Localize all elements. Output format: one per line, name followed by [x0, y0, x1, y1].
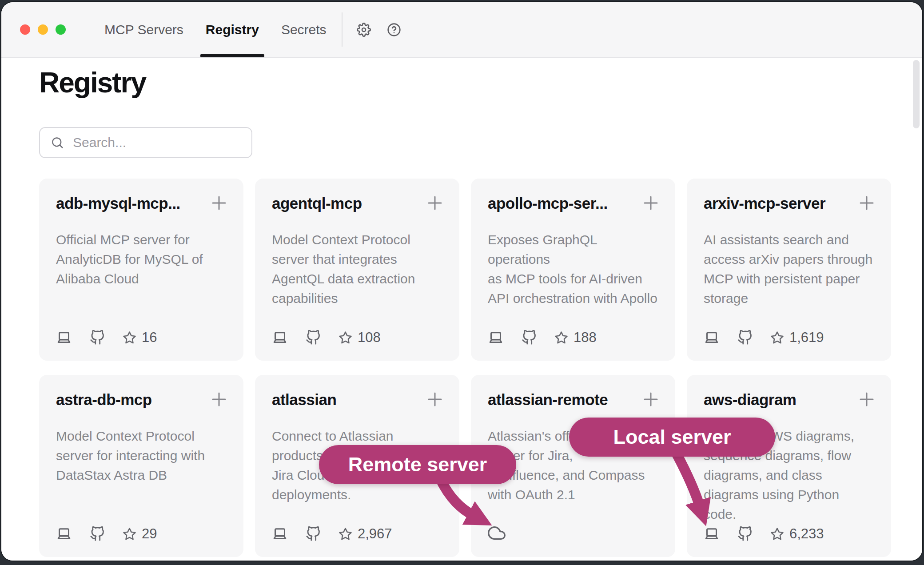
add-server-button[interactable] [643, 195, 658, 211]
card-description: Connect to Atlassianproducts includingJi… [272, 426, 442, 505]
card-description: Generate AWS diagrams,sequence diagrams,… [704, 426, 874, 524]
desc-line: access arXiv papers through [704, 250, 874, 269]
card-description: Official MCP server forAnalyticDB for My… [56, 230, 227, 289]
desc-line: AnalyticDB for MySQL of [56, 250, 227, 269]
scrollbar-thumb[interactable] [913, 60, 920, 128]
main-tabs: MCP Servers Registry Secrets [104, 2, 327, 57]
desc-line: Atlassian's official MCP [488, 426, 658, 446]
server-card[interactable]: aws-diagram Generate AWS diagrams,sequen… [687, 375, 891, 557]
card-head: atlassian-remote [488, 391, 658, 409]
tab-mcp-servers[interactable]: MCP Servers [104, 2, 183, 57]
server-card[interactable]: atlassian-remote Atlassian's official MC… [471, 375, 675, 557]
desc-line: server for interacting with [56, 446, 227, 466]
add-server-button[interactable] [427, 195, 442, 211]
card-head: agentql-mcp [272, 195, 442, 212]
add-server-button[interactable] [427, 392, 442, 407]
gear-icon[interactable] [357, 23, 371, 37]
laptop-icon [56, 330, 72, 346]
close-window-button[interactable] [20, 24, 30, 35]
desc-line: Official MCP server for [56, 230, 227, 250]
desc-line: sequence diagrams, flow [704, 446, 874, 466]
desc-line: API orchestration with Apollo [488, 289, 658, 308]
github-icon [90, 526, 105, 541]
search-box [39, 127, 252, 158]
desc-line: Confluence, and Compass [488, 466, 658, 485]
card-head: arxiv-mcp-server [704, 195, 874, 212]
local-footer: 1,619 [704, 330, 824, 346]
star-count: 2,967 [358, 526, 392, 542]
desc-line: DataStax Astra DB [56, 466, 227, 485]
github-icon [737, 330, 753, 345]
add-server-button[interactable] [643, 392, 658, 407]
card-head: astra-db-mcp [56, 391, 227, 409]
desc-line: Generate AWS diagrams, [704, 426, 874, 446]
add-server-button[interactable] [211, 392, 227, 407]
desktop: MCP Servers Registry Secrets Registry [0, 0, 924, 565]
desc-line: Model Context Protocol [56, 426, 227, 446]
local-footer: 16 [56, 330, 157, 346]
help-icon[interactable] [387, 23, 401, 37]
desc-line: MCP with persistent paper [704, 269, 874, 289]
desc-line: diagrams, and class [704, 466, 874, 485]
laptop-icon [704, 330, 720, 346]
server-card[interactable]: atlassian Connect to Atlassianproducts i… [255, 375, 459, 557]
server-card[interactable]: agentql-mcp Model Context Protocolserver… [255, 179, 459, 361]
app-window: MCP Servers Registry Secrets Registry [1, 2, 922, 561]
card-head: adb-mysql-mcp... [56, 195, 227, 212]
github-icon [90, 330, 105, 345]
remote-footer [488, 524, 506, 542]
desc-line: storage [704, 289, 874, 308]
laptop-icon [272, 330, 288, 346]
tab-registry[interactable]: Registry [206, 2, 259, 57]
star-count: 108 [358, 330, 381, 346]
desc-line: as MCP tools for AI-driven [488, 269, 658, 289]
github-icon [522, 330, 537, 345]
local-footer: 2,967 [272, 526, 392, 542]
desc-line: Connect to Atlassian [272, 426, 442, 446]
star-count: 188 [574, 330, 597, 346]
server-card[interactable]: adb-mysql-mcp... Official MCP server for… [39, 179, 243, 361]
star-icon [339, 527, 352, 541]
card-title: astra-db-mcp [56, 391, 152, 409]
page-title: Registry [39, 68, 146, 97]
laptop-icon [704, 526, 720, 542]
minimize-window-button[interactable] [38, 24, 48, 35]
star-icon [554, 331, 568, 345]
add-server-button[interactable] [859, 392, 874, 407]
card-head: atlassian [272, 391, 442, 409]
card-description: Model Context Protocolserver for interac… [56, 426, 227, 485]
server-card[interactable]: astra-db-mcp Model Context Protocolserve… [39, 375, 243, 557]
star-icon [770, 527, 784, 541]
local-footer: 108 [272, 330, 381, 346]
card-head: aws-diagram [704, 391, 874, 409]
star-count: 6,233 [789, 526, 824, 542]
add-server-button[interactable] [859, 195, 874, 211]
local-footer: 29 [56, 526, 157, 542]
card-grid: adb-mysql-mcp... Official MCP server for… [39, 179, 891, 557]
zoom-window-button[interactable] [56, 24, 66, 35]
add-server-button[interactable] [211, 195, 227, 211]
laptop-icon [488, 330, 504, 346]
github-icon [306, 526, 321, 541]
desc-line: Alibaba Cloud [56, 269, 227, 289]
local-footer: 188 [488, 330, 597, 346]
star-count: 1,619 [789, 330, 824, 346]
tab-secrets[interactable]: Secrets [281, 2, 327, 57]
search-icon [51, 136, 64, 149]
github-icon [306, 330, 321, 345]
search-input[interactable] [72, 135, 243, 151]
desc-line: capabilities [272, 289, 442, 308]
desc-line: AI assistants search and [704, 230, 874, 250]
server-card[interactable]: arxiv-mcp-server AI assistants search an… [687, 179, 891, 361]
card-title: apollo-mcp-ser... [488, 195, 608, 212]
desc-line: Jira Cloud and [272, 466, 442, 485]
card-title: adb-mysql-mcp... [56, 195, 180, 212]
card-title: atlassian [272, 391, 336, 409]
card-description: Atlassian's official MCPserver for Jira,… [488, 426, 658, 505]
desc-line: server that integrates [272, 250, 442, 269]
server-card[interactable]: apollo-mcp-ser... Exposes GraphQL operat… [471, 179, 675, 361]
card-description: AI assistants search andaccess arXiv pap… [704, 230, 874, 308]
desc-line: with OAuth 2.1 [488, 485, 658, 505]
card-title: agentql-mcp [272, 195, 362, 212]
desc-line: Exposes GraphQL operations [488, 230, 658, 269]
